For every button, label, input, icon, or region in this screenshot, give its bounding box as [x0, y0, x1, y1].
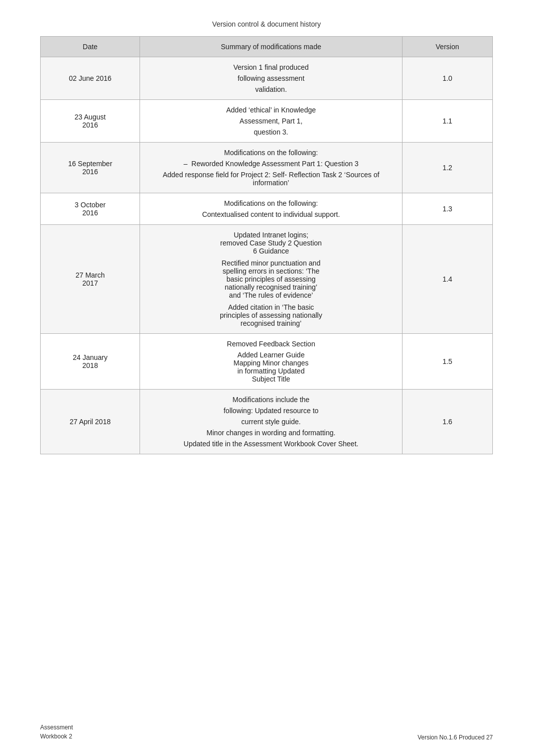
- footer-workbook-line2: Workbook 2: [40, 732, 73, 741]
- cell-version: 1.4: [402, 225, 492, 334]
- cell-summary: Removed Feedback SectionAdded Learner Gu…: [140, 334, 403, 390]
- cell-summary: Modifications on the following:– Reworde…: [140, 143, 403, 193]
- cell-summary: Version 1 final producedfollowing assess…: [140, 57, 403, 100]
- cell-summary: Updated Intranet logins;removed Case Stu…: [140, 225, 403, 334]
- cell-date: 23 August2016: [41, 100, 140, 143]
- header-version: Version: [402, 37, 492, 57]
- footer-left: Assessment Workbook 2: [40, 723, 73, 741]
- table-row: 16 September2016Modifications on the fol…: [41, 143, 493, 193]
- header-summary: Summary of modifications made: [140, 37, 403, 57]
- cell-date: 3 October2016: [41, 193, 140, 225]
- cell-version: 1.1: [402, 100, 492, 143]
- table-row: 3 October2016Modifications on the follow…: [41, 193, 493, 225]
- table-row: 24 January2018Removed Feedback SectionAd…: [41, 334, 493, 390]
- footer-workbook-line1: Assessment: [40, 723, 73, 732]
- version-table: Date Summary of modifications made Versi…: [40, 36, 493, 454]
- cell-date: 27 April 2018: [41, 390, 140, 454]
- table-row: 02 June 2016Version 1 final producedfoll…: [41, 57, 493, 100]
- footer-right: Version No.1.6 Produced 27: [418, 734, 493, 741]
- cell-version: 1.3: [402, 193, 492, 225]
- table-row: 23 August2016Added ‘ethical’ in Knowledg…: [41, 100, 493, 143]
- cell-version: 1.5: [402, 334, 492, 390]
- cell-summary: Modifications on the following:Contextua…: [140, 193, 403, 225]
- header-date: Date: [41, 37, 140, 57]
- table-row: 27 April 2018Modifications include thefo…: [41, 390, 493, 454]
- cell-date: 16 September2016: [41, 143, 140, 193]
- cell-date: 02 June 2016: [41, 57, 140, 100]
- cell-date: 27 March2017: [41, 225, 140, 334]
- cell-version: 1.6: [402, 390, 492, 454]
- table-title: Version control & document history: [40, 20, 493, 28]
- cell-date: 24 January2018: [41, 334, 140, 390]
- cell-summary: Modifications include thefollowing: Upda…: [140, 390, 403, 454]
- cell-summary: Added ‘ethical’ in KnowledgeAssessment, …: [140, 100, 403, 143]
- cell-version: 1.2: [402, 143, 492, 193]
- footer: Assessment Workbook 2 Version No.1.6 Pro…: [40, 723, 493, 741]
- cell-version: 1.0: [402, 57, 492, 100]
- table-row: 27 March2017Updated Intranet logins;remo…: [41, 225, 493, 334]
